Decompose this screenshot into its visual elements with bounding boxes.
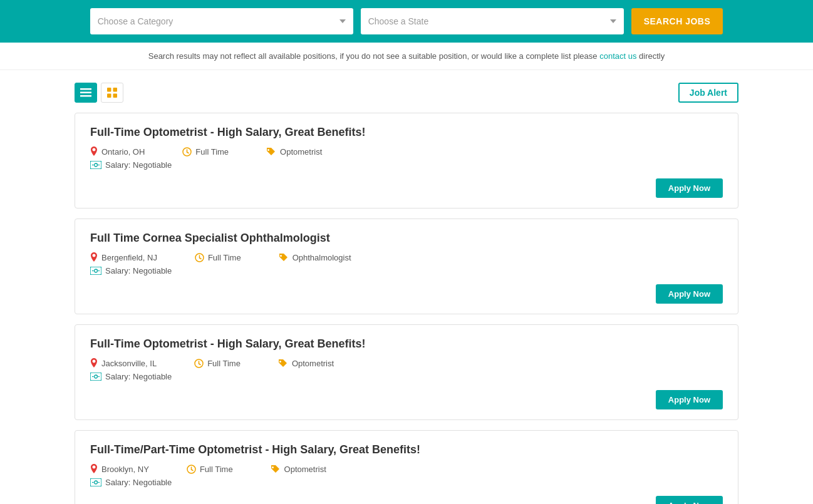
time-icon [187,465,196,474]
svg-point-11 [95,163,98,167]
apply-now-button[interactable]: Apply Now [656,496,723,504]
notice-text-before: Search results may not reflect all avail… [148,51,599,61]
svg-line-9 [187,152,189,153]
svg-rect-24 [90,373,101,381]
svg-rect-17 [90,267,101,275]
category-select[interactable]: Choose a Category OptometristOphthalmolo… [90,8,353,34]
svg-point-18 [95,269,98,272]
main-content: Job Alert Full-Time Optometrist - High S… [62,70,751,504]
job-type: Full Time [195,252,241,262]
job-title: Full Time Cornea Specialist Ophthalmolog… [90,232,723,245]
toolbar: Job Alert [75,83,738,103]
salary-icon [90,267,101,275]
salary-icon [90,373,101,381]
job-meta: Jacksonville, IL Full Time Optometrist [90,358,723,368]
tag-icon [271,465,281,473]
svg-line-16 [199,258,201,259]
job-salary: Salary: Negotiable [90,160,723,170]
time-icon [195,253,204,262]
job-salary: Salary: Negotiable [90,372,723,381]
apply-btn-row: Apply Now [90,284,723,304]
job-card: Full-Time Optometrist - High Salary, Gre… [75,113,738,208]
apply-now-button[interactable]: Apply Now [656,390,723,409]
grid-icon [107,88,117,98]
job-card: Full-Time/Part-Time Optometrist - High S… [75,430,738,504]
svg-rect-2 [80,95,91,97]
state-select[interactable]: Choose a State OHNJILNYCATX [361,8,624,34]
location-icon [90,358,98,368]
job-category: Optometrist [271,464,326,474]
time-icon [194,359,204,368]
grid-view-button[interactable] [101,83,123,103]
job-card: Full Time Cornea Specialist Ophthalmolog… [75,219,738,314]
time-icon [182,147,192,157]
job-location: Ontario, OH [90,147,145,157]
search-jobs-button[interactable]: SEARCH JOBS [631,8,723,34]
apply-btn-row: Apply Now [90,390,723,409]
job-location: Brooklyn, NY [90,464,149,474]
svg-rect-0 [80,88,91,90]
job-salary: Salary: Negotiable [90,266,723,275]
job-meta: Brooklyn, NY Full Time Optometrist [90,464,723,474]
job-alert-button[interactable]: Job Alert [678,83,738,103]
apply-now-button[interactable]: Apply Now [656,178,723,198]
svg-point-32 [95,481,98,484]
view-toggles [75,83,123,103]
job-card: Full-Time Optometrist - High Salary, Gre… [75,324,738,420]
location-icon [90,147,98,157]
job-type: Full Time [194,358,241,368]
notice-bar: Search results may not reflect all avail… [0,43,813,70]
svg-rect-3 [107,88,111,92]
header-bar: Choose a Category OptometristOphthalmolo… [0,0,813,43]
svg-point-25 [95,375,98,378]
svg-rect-4 [113,88,118,92]
location-icon [90,464,98,474]
job-category: Optometrist [266,147,322,157]
svg-line-30 [191,470,193,471]
svg-rect-5 [107,94,111,98]
tag-icon [279,253,289,262]
job-category: Ophthalmologist [279,252,351,262]
svg-rect-6 [113,94,118,98]
tag-icon [266,147,276,156]
svg-rect-10 [90,161,101,169]
job-type: Full Time [187,464,233,474]
job-title: Full-Time/Part-Time Optometrist - High S… [90,443,723,456]
notice-text-after: directly [636,51,665,61]
job-title: Full-Time Optometrist - High Salary, Gre… [90,126,723,139]
job-location: Bergenfield, NJ [90,252,157,262]
list-view-button[interactable] [75,83,97,103]
apply-btn-row: Apply Now [90,178,723,198]
apply-btn-row: Apply Now [90,496,723,504]
location-icon [90,252,98,262]
job-location: Jacksonville, IL [90,358,157,368]
job-meta: Bergenfield, NJ Full Time Ophthalmologis… [90,252,723,262]
svg-rect-31 [90,478,101,486]
list-icon [80,88,91,97]
job-meta: Ontario, OH Full Time Optometrist [90,147,723,157]
job-title: Full-Time Optometrist - High Salary, Gre… [90,337,723,351]
job-category: Optometrist [278,358,334,368]
tag-icon [278,359,288,368]
contact-us-link[interactable]: contact us [599,51,636,61]
apply-now-button[interactable]: Apply Now [656,284,723,304]
svg-rect-1 [80,92,91,94]
job-type: Full Time [182,147,229,157]
job-list: Full-Time Optometrist - High Salary, Gre… [75,113,738,504]
svg-line-23 [199,364,201,365]
job-salary: Salary: Negotiable [90,478,723,487]
salary-icon [90,478,101,486]
salary-icon [90,161,101,169]
